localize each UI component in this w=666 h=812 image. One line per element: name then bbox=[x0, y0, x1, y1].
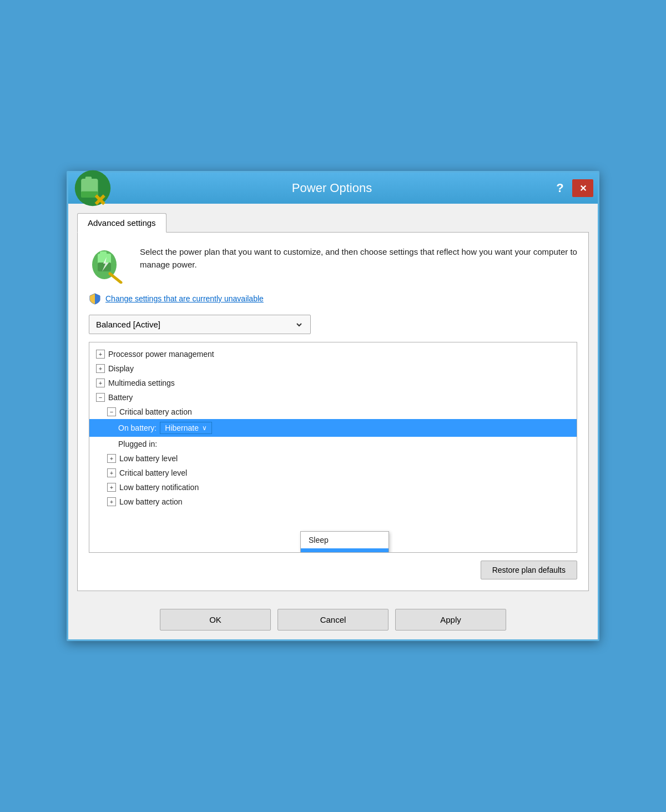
ok-button[interactable]: OK bbox=[160, 609, 271, 631]
dropdown-popup: Sleep Hibernate Shut down bbox=[300, 531, 389, 553]
tree-label-critical-action: Critical battery action bbox=[119, 407, 192, 416]
tree-label-low-battery-level: Low battery level bbox=[119, 454, 178, 463]
tree-item-critical-action[interactable]: − Critical battery action bbox=[89, 405, 577, 419]
power-icon-large bbox=[89, 244, 129, 284]
on-battery-dropdown[interactable]: Hibernate ∨ bbox=[160, 422, 212, 434]
svg-line-10 bbox=[110, 274, 121, 283]
option-sleep[interactable]: Sleep bbox=[301, 532, 389, 548]
tree-label-low-battery-action: Low battery action bbox=[119, 497, 183, 506]
description-section: Select the power plan that you want to c… bbox=[89, 244, 577, 284]
description-text: Select the power plan that you want to c… bbox=[140, 244, 577, 271]
expand-display[interactable]: + bbox=[96, 364, 105, 373]
title-bar-left bbox=[73, 168, 113, 208]
tab-bar: Advanced settings bbox=[77, 213, 589, 232]
tree-item-display[interactable]: + Display bbox=[89, 361, 577, 376]
help-button[interactable]: ? bbox=[551, 179, 569, 197]
tree-item-on-battery[interactable]: On battery: Hibernate ∨ Sleep Hibernate … bbox=[89, 419, 577, 437]
apply-button[interactable]: Apply bbox=[395, 609, 506, 631]
title-bar-controls: ? ✕ bbox=[551, 179, 593, 197]
window-title: Power Options bbox=[292, 181, 372, 195]
button-row: OK Cancel Apply bbox=[68, 600, 598, 639]
tree-item-battery[interactable]: − Battery bbox=[89, 390, 577, 405]
dialog-content: Advanced settings Select the power plan … bbox=[68, 204, 598, 600]
tree-item-critical-battery-level[interactable]: + Critical battery level bbox=[89, 466, 577, 480]
tree-label-battery: Battery bbox=[108, 393, 133, 402]
expand-low-battery-level[interactable]: + bbox=[107, 454, 116, 463]
tree-label-critical-battery-level: Critical battery level bbox=[119, 468, 187, 477]
titlebar-icon bbox=[73, 168, 113, 208]
plan-select[interactable]: Balanced [Active] Power saver High perfo… bbox=[89, 315, 311, 334]
tree-label-plugged-in: Plugged in: bbox=[118, 440, 157, 448]
power-options-window: Power Options ? ✕ Advanced settings bbox=[67, 171, 599, 641]
title-bar: Power Options ? ✕ bbox=[68, 173, 598, 204]
tree-label-processor: Processor power management bbox=[108, 350, 214, 359]
tree-item-low-battery-action[interactable]: + Low battery action bbox=[89, 495, 577, 509]
restore-plan-defaults-button[interactable]: Restore plan defaults bbox=[481, 561, 577, 579]
tree-item-low-battery-notification[interactable]: + Low battery notification bbox=[89, 480, 577, 495]
cancel-button[interactable]: Cancel bbox=[278, 609, 389, 631]
tree-item-plugged-in[interactable]: Plugged in: bbox=[89, 437, 577, 451]
restore-row: Restore plan defaults bbox=[89, 561, 577, 579]
svg-rect-9 bbox=[100, 251, 107, 255]
main-panel: Select the power plan that you want to c… bbox=[77, 232, 589, 591]
tree-label-low-battery-notification: Low battery notification bbox=[119, 483, 199, 492]
shield-icon bbox=[89, 292, 101, 305]
tree-label-multimedia: Multimedia settings bbox=[108, 379, 175, 387]
expand-low-battery-action[interactable]: + bbox=[107, 497, 116, 506]
on-battery-dropdown-arrow: ∨ bbox=[202, 424, 207, 432]
change-settings-link[interactable]: Change settings that are currently unava… bbox=[105, 294, 264, 303]
title-bar-center: Power Options bbox=[113, 181, 551, 195]
close-button[interactable]: ✕ bbox=[572, 179, 593, 197]
tree-item-processor[interactable]: + Processor power management bbox=[89, 347, 577, 361]
svg-rect-3 bbox=[85, 176, 92, 181]
plan-select-row: Balanced [Active] Power saver High perfo… bbox=[89, 315, 577, 334]
settings-tree[interactable]: + Processor power management + Display +… bbox=[89, 342, 577, 553]
on-battery-value: Hibernate bbox=[165, 423, 199, 432]
expand-multimedia[interactable]: + bbox=[96, 379, 105, 387]
option-hibernate[interactable]: Hibernate bbox=[301, 548, 389, 553]
expand-battery[interactable]: − bbox=[96, 393, 105, 402]
tree-label-on-battery: On battery: bbox=[118, 423, 157, 432]
tree-label-display: Display bbox=[108, 364, 134, 373]
expand-critical-battery-level[interactable]: + bbox=[107, 468, 116, 477]
change-settings-row: Change settings that are currently unava… bbox=[89, 292, 577, 305]
tree-item-low-battery-level[interactable]: + Low battery level bbox=[89, 451, 577, 466]
expand-low-battery-notification[interactable]: + bbox=[107, 483, 116, 492]
tree-item-multimedia[interactable]: + Multimedia settings bbox=[89, 376, 577, 390]
tab-advanced-settings[interactable]: Advanced settings bbox=[77, 213, 167, 233]
expand-critical-action[interactable]: − bbox=[107, 407, 116, 416]
expand-processor[interactable]: + bbox=[96, 350, 105, 359]
